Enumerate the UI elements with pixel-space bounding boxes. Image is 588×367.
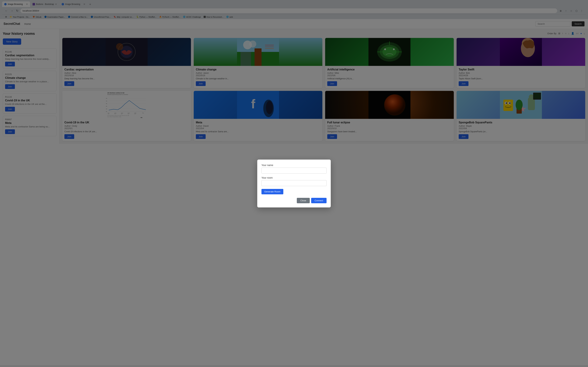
modal-footer: Close Connect [261, 198, 327, 203]
modal-name-label: Your name [261, 164, 327, 167]
modal-generate-button[interactable]: Generate Room [261, 189, 283, 194]
modal-overlay[interactable]: Your name Your room Generate Room Close … [0, 0, 588, 365]
modal-room-label: Your room [261, 176, 327, 179]
modal-connect-button[interactable]: Connect [311, 198, 327, 203]
modal-room-input[interactable] [261, 180, 327, 186]
modal-dialog: Your name Your room Generate Room Close … [257, 159, 331, 208]
modal-close-button[interactable]: Close [297, 198, 310, 203]
modal-name-input[interactable] [261, 167, 327, 174]
